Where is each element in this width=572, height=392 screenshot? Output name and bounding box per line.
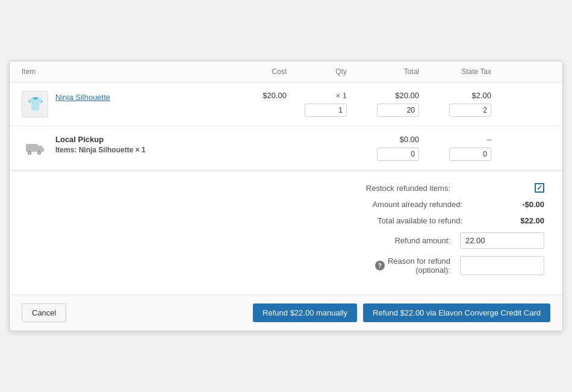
shipping-name-cell: Local Pickup Items: Ninja Silhouette × 1 bbox=[22, 135, 214, 161]
restock-checkbox[interactable] bbox=[535, 183, 544, 193]
summary-section: Restock refunded items: Amount already r… bbox=[10, 171, 562, 294]
already-refunded-label: Amount already refunded: bbox=[342, 200, 462, 209]
available-refund-row: Total available to refund: $22.00 bbox=[28, 216, 544, 225]
col-header-cost: Cost bbox=[214, 67, 287, 76]
product-tax: $2.00 bbox=[419, 91, 491, 100]
product-cost: $20.00 bbox=[214, 91, 287, 100]
product-tax-cell: $2.00 bbox=[419, 91, 491, 117]
shipping-row: Local Pickup Items: Ninja Silhouette × 1… bbox=[10, 126, 562, 170]
product-total-input[interactable] bbox=[377, 104, 419, 117]
product-name-cell: 👕 Ninja Silhouette bbox=[22, 91, 214, 117]
tshirt-icon: 👕 bbox=[27, 96, 43, 112]
cancel-button[interactable]: Cancel bbox=[22, 303, 66, 322]
shipping-total: $0.00 bbox=[347, 135, 419, 144]
product-qty-input[interactable] bbox=[305, 104, 347, 117]
help-icon[interactable]: ? bbox=[375, 261, 385, 270]
reason-row: ? Reason for refund (optional): bbox=[28, 256, 544, 275]
restock-label: Restock refunded items: bbox=[330, 184, 450, 193]
shipping-label: Local Pickup bbox=[55, 135, 146, 144]
available-refund-value: $22.00 bbox=[472, 216, 544, 225]
product-qty-display: × 1 bbox=[287, 91, 347, 100]
svg-rect-0 bbox=[26, 144, 38, 152]
col-header-total: Total bbox=[347, 67, 419, 76]
refund-amount-label: Refund amount: bbox=[330, 236, 450, 245]
refund-amount-input[interactable] bbox=[460, 232, 544, 249]
restock-row: Restock refunded items: bbox=[28, 183, 544, 193]
refund-dialog: Item Cost Qty Total State Tax 👕 Ninja Si… bbox=[9, 61, 563, 331]
shipping-truck-icon bbox=[22, 135, 48, 161]
reason-label: ? Reason for refund (optional): bbox=[330, 257, 450, 275]
col-header-tax: State Tax bbox=[419, 67, 491, 76]
manual-refund-button[interactable]: Refund $22.00 manually bbox=[253, 303, 357, 322]
product-total: $20.00 bbox=[347, 91, 419, 100]
already-refunded-value: -$0.00 bbox=[472, 200, 544, 209]
reason-input[interactable] bbox=[460, 256, 544, 275]
svg-point-3 bbox=[29, 152, 31, 154]
shipping-tax-dash: – bbox=[419, 135, 491, 144]
footer: Cancel Refund $22.00 manually Refund $22… bbox=[10, 294, 562, 331]
product-cost-cell: $20.00 bbox=[214, 91, 287, 104]
shipping-total-cell: $0.00 bbox=[347, 135, 419, 161]
shipping-tax-cell: – bbox=[419, 135, 491, 161]
table-header: Item Cost Qty Total State Tax bbox=[10, 61, 562, 82]
col-header-qty: Qty bbox=[287, 67, 347, 76]
shipping-items-value: Ninja Silhouette × 1 bbox=[79, 146, 146, 154]
product-link[interactable]: Ninja Silhouette bbox=[55, 92, 110, 103]
shipping-tax-input[interactable] bbox=[449, 148, 491, 161]
product-tax-input[interactable] bbox=[449, 104, 491, 117]
shipping-info: Local Pickup Items: Ninja Silhouette × 1 bbox=[55, 135, 146, 154]
restock-checkbox-cell bbox=[460, 183, 544, 193]
gateway-refund-button[interactable]: Refund $22.00 via Elavon Converge Credit… bbox=[363, 303, 550, 322]
product-row: 👕 Ninja Silhouette $20.00 × 1 $20.00 $2.… bbox=[10, 82, 562, 126]
product-total-cell: $20.00 bbox=[347, 91, 419, 117]
col-header-item: Item bbox=[22, 67, 214, 76]
shipping-items-label: Items: bbox=[55, 146, 76, 154]
refund-amount-row: Refund amount: bbox=[28, 232, 544, 249]
product-thumbnail: 👕 bbox=[22, 91, 48, 117]
reason-text: Reason for refund (optional): bbox=[388, 257, 450, 275]
already-refunded-row: Amount already refunded: -$0.00 bbox=[28, 200, 544, 209]
svg-point-4 bbox=[39, 152, 40, 154]
shipping-items: Items: Ninja Silhouette × 1 bbox=[55, 146, 146, 154]
product-qty-cell: × 1 bbox=[287, 91, 347, 117]
shipping-total-input[interactable] bbox=[377, 148, 419, 161]
available-refund-label: Total available to refund: bbox=[342, 216, 462, 225]
